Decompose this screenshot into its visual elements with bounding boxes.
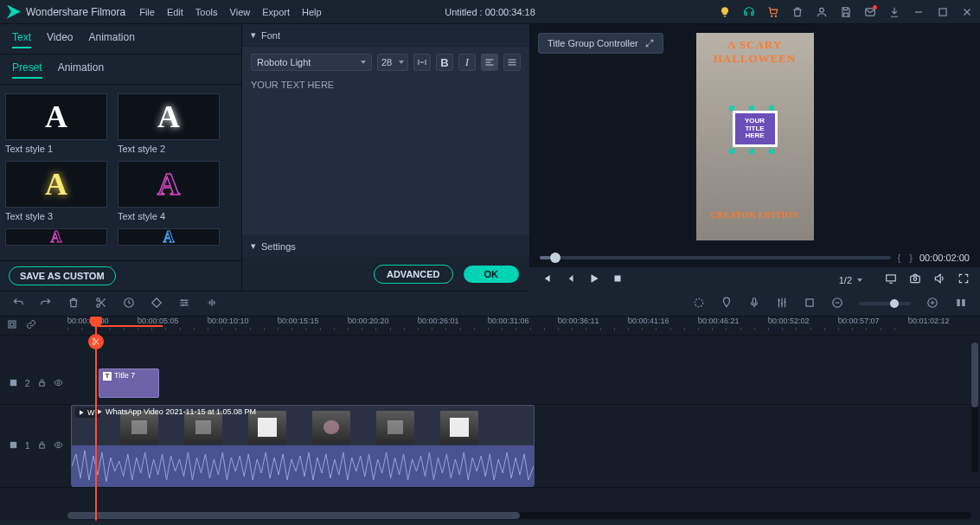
redo-icon[interactable]	[40, 297, 52, 311]
letter-a-icon: A	[45, 166, 67, 202]
minimize-icon[interactable]	[913, 6, 925, 18]
triangle-down-icon: ▾	[251, 240, 256, 252]
playhead-scissors-icon[interactable]	[88, 334, 104, 349]
italic-button[interactable]: I	[458, 54, 476, 71]
playhead[interactable]	[95, 317, 97, 521]
tab-animation-top[interactable]: Animation	[89, 31, 135, 48]
account-icon[interactable]	[816, 6, 828, 18]
undo-icon[interactable]	[12, 297, 24, 311]
ruler-tick: 00:00:41:16	[628, 317, 698, 335]
store-icon[interactable]	[767, 6, 779, 18]
visibility-icon[interactable]	[54, 440, 63, 451]
tab-preset[interactable]: Preset	[12, 61, 42, 79]
mixer-icon[interactable]	[776, 297, 788, 311]
crop-icon[interactable]	[804, 297, 816, 311]
menu-file[interactable]: File	[139, 7, 155, 17]
manage-tracks-icon[interactable]	[7, 319, 17, 332]
menu-tools[interactable]: Tools	[195, 7, 218, 17]
stop-button[interactable]	[612, 273, 623, 286]
style-4-thumb[interactable]: A	[118, 161, 220, 208]
snapshot-icon[interactable]	[909, 272, 921, 287]
font-size-select[interactable]: 28	[377, 54, 408, 71]
align-justify-button[interactable]	[503, 54, 521, 71]
timeline-vertical-scrollbar[interactable]	[971, 343, 978, 472]
tab-animation-sub[interactable]: Animation	[58, 61, 104, 79]
align-left-button[interactable]	[481, 54, 498, 71]
render-icon[interactable]	[693, 297, 705, 311]
keyframe-icon[interactable]	[151, 297, 163, 311]
spacing-button[interactable]	[413, 54, 431, 71]
voiceover-icon[interactable]	[748, 297, 760, 311]
title-clip[interactable]: TTitle 7	[99, 368, 159, 398]
tips-icon[interactable]	[719, 6, 731, 18]
message-icon[interactable]	[864, 6, 876, 18]
visibility-icon[interactable]	[54, 378, 63, 389]
preview-title-box[interactable]: YOUR TITLE HERE	[733, 111, 778, 147]
scrub-slider[interactable]	[540, 256, 891, 259]
menu-view[interactable]: View	[230, 7, 251, 17]
ruler-tick: 00:00:52:02	[768, 317, 838, 335]
download-icon[interactable]	[888, 6, 900, 18]
svg-point-1	[775, 16, 776, 16]
preview-viewport[interactable]: A SCARY HALLOWEEN YOUR TITLE HERE CREATO…	[529, 24, 980, 249]
prev-frame-button[interactable]	[540, 272, 552, 287]
link-icon[interactable]	[26, 319, 36, 332]
chevron-down-icon	[857, 279, 862, 282]
title-clip-label: Title 7	[114, 371, 135, 380]
play-button[interactable]	[588, 272, 600, 287]
marker-icon[interactable]	[721, 297, 733, 311]
save-icon[interactable]	[840, 6, 852, 18]
audio-wave-icon[interactable]	[206, 297, 218, 311]
style-5-thumb[interactable]: A	[5, 228, 107, 246]
lock-icon[interactable]	[37, 378, 47, 389]
svg-rect-17	[957, 298, 960, 305]
text-input-field[interactable]: YOUR TEXT HERE	[251, 78, 521, 92]
display-icon[interactable]	[885, 272, 897, 287]
fullscreen-icon[interactable]	[958, 272, 970, 287]
svg-rect-26	[10, 442, 16, 448]
lock-icon[interactable]	[37, 440, 47, 451]
svg-point-2	[820, 8, 824, 12]
support-icon[interactable]	[743, 6, 755, 18]
playhead-handle[interactable]	[90, 317, 102, 327]
mark-out-icon[interactable]: }	[909, 253, 913, 263]
maximize-icon[interactable]	[937, 6, 949, 18]
split-icon[interactable]	[95, 297, 107, 311]
title-group-controller-button[interactable]: Title Group Controller	[538, 33, 663, 54]
ok-button[interactable]: OK	[464, 266, 520, 283]
menu-help[interactable]: Help	[302, 7, 322, 17]
timeline-horizontal-scrollbar[interactable]	[67, 512, 971, 519]
save-as-custom-button[interactable]: SAVE AS CUSTOM	[9, 266, 116, 285]
close-icon[interactable]	[961, 6, 973, 18]
tab-text[interactable]: Text	[12, 31, 31, 48]
style-2-thumb[interactable]: A	[118, 93, 220, 140]
step-back-button[interactable]	[564, 272, 576, 287]
advanced-button[interactable]: ADVANCED	[374, 265, 453, 284]
zoom-out-icon[interactable]	[831, 297, 843, 311]
timeline-zoom-slider[interactable]	[859, 302, 911, 305]
timeline-ruler[interactable]: 00:00:00:00 00:00:05:05 00:00:10:10 00:0…	[0, 317, 980, 336]
speed-icon[interactable]	[123, 297, 135, 311]
font-family-select[interactable]: Roboto Light	[251, 54, 372, 71]
font-section-header[interactable]: ▾ Font	[242, 24, 529, 47]
preview-zoom-select[interactable]: 1/2	[839, 275, 862, 285]
tab-video[interactable]: Video	[47, 31, 73, 48]
menu-export[interactable]: Export	[262, 7, 290, 17]
style-1-thumb[interactable]: A	[5, 93, 107, 140]
bold-button[interactable]: B	[436, 54, 453, 71]
letter-a-icon: A	[163, 228, 175, 246]
video-clip[interactable]: WI WhatsApp Video 2021-11-15 at 1.05.08 …	[71, 405, 535, 486]
adjust-icon[interactable]	[178, 297, 190, 311]
zoom-in-icon[interactable]	[926, 297, 938, 311]
mark-in-icon[interactable]: {	[898, 253, 901, 263]
delete-clip-icon[interactable]	[67, 297, 80, 311]
track-type-icon	[9, 378, 18, 389]
volume-icon[interactable]	[933, 272, 945, 287]
fit-timeline-icon[interactable]	[954, 297, 968, 311]
menu-edit[interactable]: Edit	[167, 7, 183, 17]
delete-icon[interactable]	[791, 6, 804, 18]
settings-section-header[interactable]: ▾ Settings	[242, 235, 529, 258]
style-3-thumb[interactable]: A	[5, 161, 107, 208]
style-6-thumb[interactable]: A	[118, 228, 220, 246]
style-2-label: Text style 2	[118, 140, 220, 154]
